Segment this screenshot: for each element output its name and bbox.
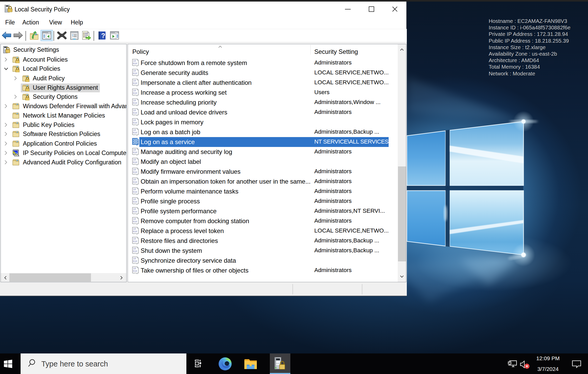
svg-text:?: ?: [101, 32, 105, 40]
